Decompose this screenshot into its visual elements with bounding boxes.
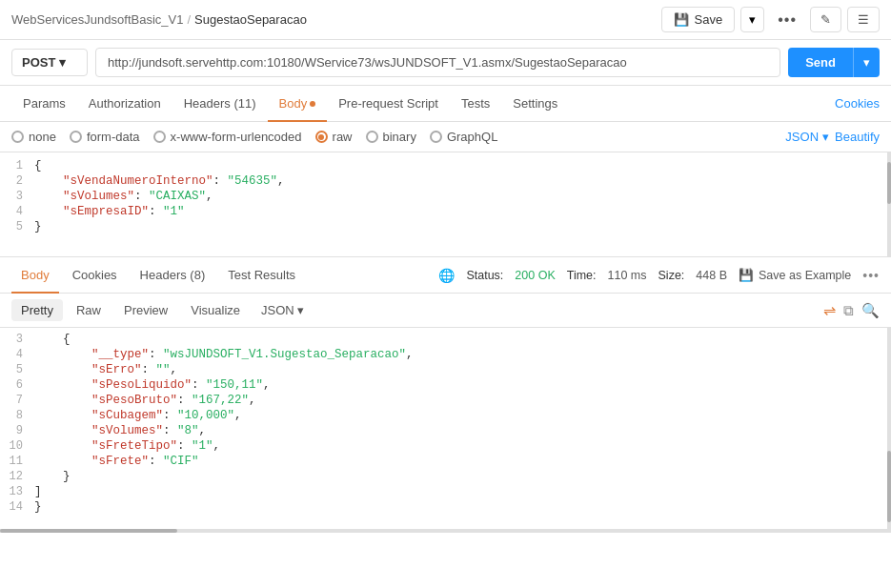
current-request-name: SugestaoSeparacao: [194, 12, 307, 27]
save-button[interactable]: 💾 Save: [661, 7, 736, 32]
beautify-button[interactable]: Beautify: [835, 130, 880, 144]
method-label: POST: [22, 55, 55, 70]
copy-icon[interactable]: ⧉: [843, 302, 854, 319]
more-options-button[interactable]: •••: [770, 7, 804, 33]
resp-format-actions: ⇌ ⧉ 🔍: [823, 301, 880, 319]
resp-line-9: 9 "sVolumes": "8",: [0, 423, 891, 438]
chevron-down-icon: ▾: [749, 12, 756, 27]
radio-none: [11, 131, 24, 143]
save-icon: 💾: [674, 12, 689, 27]
fmt-tab-raw[interactable]: Raw: [67, 299, 111, 321]
radio-raw: [315, 131, 328, 143]
request-tabs: Params Authorization Headers (11) Body P…: [0, 86, 891, 122]
resp-line-3: 3 {: [0, 332, 891, 347]
body-type-raw[interactable]: raw: [315, 130, 353, 144]
req-line-1: 1 {: [0, 158, 891, 173]
globe-icon: 🌐: [438, 268, 455, 283]
send-main-button[interactable]: Send: [788, 48, 853, 77]
save-example-icon: 💾: [739, 268, 754, 282]
save-label: Save: [695, 12, 723, 27]
radio-urlencoded: [153, 131, 166, 143]
req-line-5: 5 }: [0, 219, 891, 234]
req-line-3: 3 "sVolumes": "CAIXAS",: [0, 189, 891, 204]
json-chevron: ▾: [822, 130, 829, 144]
resp-tab-cookies[interactable]: Cookies: [63, 257, 127, 294]
body-dot: [310, 101, 315, 107]
response-v-scrollbar[interactable]: [887, 328, 891, 533]
response-h-scrollbar-thumb: [0, 529, 177, 533]
resp-line-8: 8 "sCubagem": "10,000",: [0, 408, 891, 423]
json-label: JSON: [785, 130, 819, 144]
url-input[interactable]: [95, 48, 780, 77]
body-format-right: JSON ▾ Beautify: [785, 130, 880, 144]
tab-body[interactable]: Body: [268, 86, 328, 122]
editor-scrollbar-thumb: [887, 162, 891, 204]
req-line-2: 2 "sVendaNumeroInterno": "54635",: [0, 173, 891, 189]
fmt-tab-visualize[interactable]: Visualize: [181, 299, 250, 321]
radio-graphql: [430, 131, 442, 143]
filter-icon[interactable]: ⇌: [823, 301, 836, 319]
tab-headers[interactable]: Headers (11): [172, 86, 268, 122]
request-body-editor[interactable]: 1 { 2 "sVendaNumeroInterno": "54635", 3 …: [0, 152, 891, 257]
resp-line-7: 7 "sPesoBruto": "167,22",: [0, 393, 891, 408]
save-example-label: Save as Example: [759, 269, 851, 282]
fmt-tab-pretty[interactable]: Pretty: [11, 299, 63, 321]
body-type-row: none form-data x-www-form-urlencoded raw…: [0, 122, 891, 152]
comment-button[interactable]: ☰: [847, 7, 880, 32]
method-chevron: ▾: [59, 55, 66, 70]
resp-json-label: JSON: [261, 303, 294, 317]
response-format-row: Pretty Raw Preview Visualize JSON ▾ ⇌ ⧉ …: [0, 294, 891, 328]
tab-pre-request[interactable]: Pre-request Script: [327, 86, 450, 122]
resp-line-5: 5 "sErro": "",: [0, 362, 891, 377]
body-type-none[interactable]: none: [11, 130, 56, 144]
search-icon[interactable]: 🔍: [861, 302, 880, 319]
resp-json-format-select[interactable]: JSON ▾: [261, 303, 304, 317]
resp-line-14: 14 }: [0, 499, 891, 515]
editor-scrollbar[interactable]: [887, 152, 891, 256]
json-format-select[interactable]: JSON ▾: [785, 130, 829, 144]
size-label: Size:: [658, 269, 685, 282]
response-v-scrollbar-thumb: [887, 451, 891, 522]
status-label: Status:: [466, 269, 503, 282]
project-name: WebServicesJundsoftBasic_V1: [11, 12, 183, 27]
status-value: 200 OK: [515, 269, 555, 282]
resp-line-11: 11 "sFrete": "CIF": [0, 454, 891, 469]
app-header: WebServicesJundsoftBasic_V1 / SugestaoSe…: [0, 0, 891, 40]
save-as-example-button[interactable]: 💾 Save as Example: [739, 268, 851, 282]
response-tabs: Body Cookies Headers (8) Test Results 🌐 …: [0, 257, 891, 294]
breadcrumb: WebServicesJundsoftBasic_V1 / SugestaoSe…: [11, 12, 307, 27]
tab-tests[interactable]: Tests: [450, 86, 501, 122]
time-value: 110 ms: [608, 269, 647, 282]
response-h-scrollbar[interactable]: [0, 529, 887, 533]
resp-tab-body[interactable]: Body: [11, 257, 59, 294]
resp-tab-test-results[interactable]: Test Results: [218, 257, 305, 294]
time-label: Time:: [567, 269, 597, 282]
resp-line-6: 6 "sPesoLiquido": "150,11",: [0, 377, 891, 393]
resp-line-12: 12 }: [0, 469, 891, 484]
resp-tab-headers[interactable]: Headers (8): [131, 257, 215, 294]
resp-line-10: 10 "sFreteТipo": "1",: [0, 438, 891, 454]
comment-icon: ☰: [858, 12, 869, 27]
resp-line-13: 13 ]: [0, 484, 891, 499]
edit-button[interactable]: ✎: [810, 7, 841, 32]
cookies-link[interactable]: Cookies: [835, 96, 880, 111]
resp-json-chevron: ▾: [297, 303, 304, 317]
body-type-binary[interactable]: binary: [366, 130, 416, 144]
body-type-graphql[interactable]: GraphQL: [430, 130, 497, 144]
breadcrumb-sep: /: [187, 12, 191, 27]
body-type-form-data[interactable]: form-data: [70, 130, 140, 144]
method-select[interactable]: POST ▾: [11, 49, 88, 76]
radio-binary: [366, 131, 378, 143]
send-dropdown-button[interactable]: ▾: [853, 48, 880, 77]
fmt-tab-preview[interactable]: Preview: [114, 299, 177, 321]
size-value: 448 B: [696, 269, 727, 282]
response-status-bar: 🌐 Status: 200 OK Time: 110 ms Size: 448 …: [438, 268, 880, 283]
tab-authorization[interactable]: Authorization: [77, 86, 172, 122]
body-type-urlencoded[interactable]: x-www-form-urlencoded: [153, 130, 302, 144]
url-bar: POST ▾ Send ▾: [0, 40, 891, 86]
response-more-button[interactable]: •••: [862, 268, 880, 283]
tab-settings[interactable]: Settings: [501, 86, 569, 122]
save-dropdown-button[interactable]: ▾: [740, 7, 764, 32]
response-body-editor[interactable]: 3 { 4 "__type": "wsJUNDSOFT_V1.Sugestao_…: [0, 328, 891, 533]
tab-params[interactable]: Params: [11, 86, 77, 122]
